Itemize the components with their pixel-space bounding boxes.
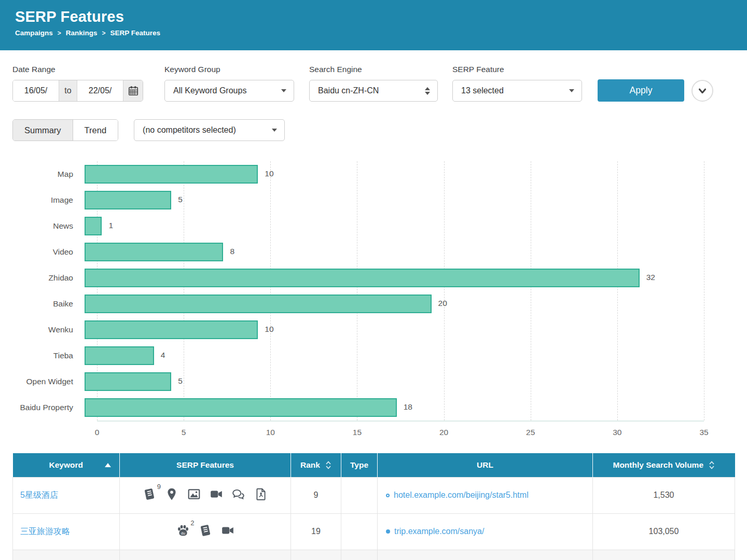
chart-row: Map10 <box>0 161 747 187</box>
date-from-input[interactable] <box>13 80 59 101</box>
chart-category-label: Baike <box>0 299 85 309</box>
search-volume-cell: 1,530 <box>593 477 735 513</box>
search-volume-cell: 103,050 <box>593 513 735 550</box>
chart-row: Zhidao32 <box>0 265 747 291</box>
chart-bar <box>85 165 258 184</box>
apply-button[interactable]: Apply <box>598 79 684 102</box>
column-header-monthly-search-volume[interactable]: Monthly Search Volume <box>593 453 735 477</box>
chart-x-axis-line <box>97 421 704 422</box>
chart-category-label: News <box>0 221 85 231</box>
breadcrumb-campaigns[interactable]: Campaigns <box>15 29 53 37</box>
video-icon <box>210 487 223 501</box>
calendar-button[interactable] <box>123 80 143 101</box>
serp-feature-icons: 2 <box>176 524 234 537</box>
date-to-input[interactable] <box>77 80 123 101</box>
chart-bar-value: 5 <box>178 376 183 386</box>
date-range-group: Date Range to <box>12 65 143 102</box>
column-header-rank[interactable]: Rank <box>291 453 341 477</box>
column-header-label: Keyword <box>49 460 83 470</box>
url-link[interactable]: hotel.example.com/beijing/star5.html <box>394 491 529 499</box>
column-header-label: Rank <box>300 460 331 470</box>
chat-icon <box>232 487 245 501</box>
view-tabs: Summary Trend <box>12 119 118 141</box>
type-cell <box>341 513 378 550</box>
chart-category-label: Zhidao <box>0 273 85 283</box>
x-tick-label: 30 <box>613 428 621 437</box>
url-cell: trip.example.com/sanya/ <box>378 513 593 550</box>
tab-trend[interactable]: Trend <box>73 120 118 141</box>
sort-ascending-icon <box>105 463 111 467</box>
column-header-label: URL <box>477 460 493 470</box>
column-header-label: Type <box>350 460 368 470</box>
chart-category-label: Video <box>0 247 85 257</box>
column-header-keyword[interactable]: Keyword <box>13 453 120 477</box>
chevron-down-icon <box>697 85 708 96</box>
baidu-icon: 2 <box>176 524 190 537</box>
x-tick-label: 20 <box>439 428 448 437</box>
keyword-group-select[interactable]: All Keyword Groups <box>164 80 294 102</box>
keyword-group-group: Keyword Group All Keyword Groups <box>164 65 294 102</box>
chart-row: News1 <box>0 213 747 239</box>
chart-bar-value: 1 <box>108 221 113 230</box>
breadcrumb-serp-features[interactable]: SERP Features <box>110 29 161 37</box>
serp-feature-label: SERP Feature <box>452 65 582 74</box>
column-header-label: Monthly Search Volume <box>613 460 715 470</box>
chart-bar <box>85 243 223 261</box>
expand-filters-button[interactable] <box>691 80 713 102</box>
x-tick-label: 15 <box>353 428 362 437</box>
column-header-serp-features[interactable]: SERP Features <box>120 453 291 477</box>
chart-row-plot: 1 <box>85 217 691 235</box>
chart-category-label: Wenku <box>0 325 85 334</box>
video-icon <box>221 524 234 537</box>
table-row: 5星级酒店99hotel.example.com/beijing/star5.h… <box>13 477 735 513</box>
x-tick-label: 35 <box>699 428 708 437</box>
chart-bar <box>85 398 397 417</box>
chart-row: Open Widget5 <box>0 369 747 395</box>
x-tick-label: 0 <box>95 428 100 437</box>
chart-row-plot: 32 <box>85 269 691 287</box>
sort-icon <box>709 460 715 470</box>
search-engine-select[interactable]: Baidu cn-ZH-CN <box>309 80 438 102</box>
keyword-link[interactable]: 三亚旅游攻略 <box>20 527 70 536</box>
chart-row-plot: 20 <box>85 295 691 313</box>
serp-feature-select[interactable]: 13 selected <box>452 80 582 102</box>
date-range-control: to <box>12 80 143 102</box>
breadcrumb-rankings[interactable]: Rankings <box>66 29 98 37</box>
chart-row: Video8 <box>0 239 747 265</box>
chart-row-plot: 4 <box>85 346 691 365</box>
chart-row: Image5 <box>0 187 747 213</box>
keyword-link[interactable]: 5星级酒店 <box>20 491 58 499</box>
breadcrumb-separator: > <box>58 30 61 37</box>
type-cell <box>341 550 378 560</box>
chart-bar-value: 10 <box>265 325 273 334</box>
updown-spinner-icon <box>425 87 430 95</box>
chart-bar-value: 5 <box>178 195 183 204</box>
chart-bar <box>85 346 154 365</box>
image-icon <box>187 487 201 501</box>
chart-bar <box>85 191 171 209</box>
url-link[interactable]: trip.example.com/sanya/ <box>394 527 484 536</box>
table-row: 三亚旅游攻略219trip.example.com/sanya/103,050 <box>13 513 735 550</box>
tab-summary[interactable]: Summary <box>13 120 73 141</box>
calendar-icon <box>128 85 139 96</box>
column-header-type[interactable]: Type <box>341 453 378 477</box>
search-engine-group: Search Engine Baidu cn-ZH-CN <box>309 65 438 102</box>
pdf-icon <box>254 487 268 501</box>
chart-category-label: Image <box>0 195 85 205</box>
column-header-label: SERP Features <box>176 460 234 470</box>
url-dot-marker-icon <box>386 529 390 534</box>
url-ring-marker-icon <box>386 494 390 497</box>
chart-bar <box>85 269 640 287</box>
serp-feature-value: 13 selected <box>461 86 504 95</box>
competitors-select[interactable]: (no competitors selected) <box>134 119 285 141</box>
search-volume-cell <box>593 550 735 560</box>
map-pin-icon <box>165 487 178 501</box>
chart-row: Tieba4 <box>0 343 747 369</box>
feature-count-badge: 9 <box>157 483 161 491</box>
sort-icon <box>325 460 331 470</box>
column-header-url[interactable]: URL <box>378 453 593 477</box>
chart-row: Wenku10 <box>0 317 747 343</box>
x-tick-label: 5 <box>182 428 186 437</box>
table-row: 五星级酒店 <box>13 550 735 560</box>
keyword-group-label: Keyword Group <box>164 65 294 74</box>
